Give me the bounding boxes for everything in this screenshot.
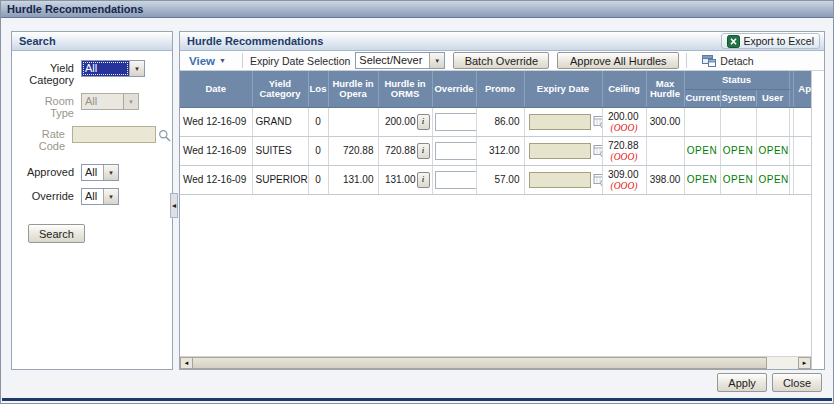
hurdle-table: Date Yield Category Los Hurdle in Opera … [180, 71, 811, 195]
table-row: Wed 12-16-09 GRAND 0 200.00 i [180, 107, 811, 136]
rate-code-input[interactable] [72, 126, 156, 143]
search-form: Yield Category All ▼ Room Type All ▼ Rat… [12, 51, 172, 243]
horizontal-scrollbar[interactable]: ◄ ► [180, 356, 811, 369]
cell-status-current: OPEN [684, 136, 720, 165]
cell-hurdle-orms: 720.88 i [378, 136, 432, 165]
cell-yield-category: GRAND [252, 107, 308, 136]
table-toolbar: View ▼ Expiry Date Selection Select/Neve… [180, 51, 824, 71]
cell-max-hurdle: 300.00 [646, 107, 684, 136]
scroll-right-arrow-icon[interactable]: ► [798, 357, 811, 369]
cell-yield-category: SUPERIOR [252, 165, 308, 194]
cell-approved [793, 165, 811, 194]
chevron-down-icon: ▼ [219, 57, 226, 64]
room-type-select: All ▼ [81, 93, 139, 110]
cell-date: Wed 12-16-09 [180, 136, 252, 165]
chevron-down-icon[interactable]: ▼ [103, 165, 118, 180]
override-input[interactable] [435, 113, 477, 131]
view-menu-button[interactable]: View ▼ [186, 55, 235, 67]
search-magnifier-icon[interactable] [158, 129, 172, 143]
hurdle-panel-title: Hurdle Recommendations [187, 35, 323, 47]
rate-code-field-group [72, 126, 172, 143]
detach-window-icon [702, 55, 716, 67]
expiry-date-input[interactable] [529, 172, 591, 188]
column-header-status-current: Current [684, 89, 720, 107]
cell-ceiling: 720.88 (OOO) [602, 136, 646, 165]
expiry-date-input[interactable] [529, 143, 591, 159]
cell-ceiling: 309.00 (OOO) [602, 165, 646, 194]
cell-ceiling: 200.00 (OOO) [602, 107, 646, 136]
override-row: Override All ▼ [12, 188, 172, 205]
room-type-label: Room Type [12, 93, 74, 119]
override-select[interactable]: All ▼ [81, 188, 119, 205]
date-picker-icon[interactable] [593, 144, 603, 158]
panel-splitter-collapse[interactable]: ◄ [170, 193, 178, 218]
info-button[interactable]: i [417, 172, 430, 188]
approved-row: Approved All ▼ [12, 164, 172, 181]
override-label: Override [12, 188, 74, 202]
yield-category-select[interactable]: All ▼ [81, 60, 145, 77]
scroll-left-arrow-icon[interactable]: ◄ [180, 357, 193, 369]
column-header-expiry-date: Expiry Date [524, 71, 602, 107]
yield-category-row: Yield Category All ▼ [12, 60, 172, 86]
cell-los: 0 [308, 107, 328, 136]
view-menu-label: View [189, 55, 215, 67]
chevron-down-icon[interactable]: ▼ [103, 189, 118, 204]
cell-override [432, 136, 476, 165]
expiry-date-selection-value: Select/Never [356, 53, 429, 68]
batch-override-button[interactable]: Batch Override [453, 52, 549, 69]
excel-icon [727, 35, 740, 48]
ceiling-ooo-note: (OOO) [605, 181, 644, 192]
date-picker-icon[interactable] [593, 173, 603, 187]
cell-promo: 312.00 [476, 136, 524, 165]
override-input[interactable] [435, 171, 477, 189]
approved-select[interactable]: All ▼ [81, 164, 119, 181]
cell-yield-category: SUITES [252, 136, 308, 165]
cell-override [432, 107, 476, 136]
chevron-down-icon[interactable]: ▼ [429, 53, 444, 68]
export-to-excel-label: Export to Excel [743, 35, 814, 47]
chevron-down-icon: ▼ [123, 94, 138, 109]
search-panel-header: Search [12, 32, 172, 51]
cell-hurdle-orms: 131.00 i [378, 165, 432, 194]
hurdle-recommendations-window: Hurdle Recommendations Search Yield Cate… [0, 0, 834, 404]
cell-hurdle-opera: 720.88 [328, 136, 378, 165]
hurdle-orms-value: 131.00 [385, 174, 416, 185]
search-panel: Search Yield Category All ▼ Room Type Al… [11, 31, 173, 370]
chevron-down-icon[interactable]: ▼ [129, 61, 144, 76]
info-button[interactable]: i [417, 114, 430, 130]
apply-button[interactable]: Apply [717, 373, 767, 392]
cell-hurdle-orms: 200.00 i [378, 107, 432, 136]
cell-status-current [684, 107, 720, 136]
date-picker-icon[interactable] [593, 115, 603, 129]
ceiling-ooo-note: (OOO) [605, 152, 644, 163]
column-header-approved-clipped: Approved [793, 71, 811, 107]
ceiling-value: 720.88 [605, 139, 644, 152]
cell-expiry-date [524, 165, 602, 194]
status-user-value: OPEN [759, 174, 789, 185]
column-group-status: Status [684, 71, 789, 89]
expiry-date-input[interactable] [529, 114, 591, 130]
override-input[interactable] [435, 142, 477, 160]
detach-button[interactable]: Detach [702, 55, 753, 67]
info-button[interactable]: i [417, 143, 430, 159]
cell-date: Wed 12-16-09 [180, 107, 252, 136]
close-button[interactable]: Close [772, 373, 822, 392]
cell-status-user [756, 107, 789, 136]
expiry-date-selection-select[interactable]: Select/Never ▼ [355, 52, 445, 69]
scrollbar-trough[interactable] [767, 357, 798, 369]
status-system-value: OPEN [723, 145, 753, 156]
scrollbar-thumb[interactable] [193, 357, 767, 369]
status-current-value: OPEN [687, 145, 717, 156]
cell-hurdle-opera: 131.00 [328, 165, 378, 194]
toolbar-separator [686, 53, 687, 68]
cell-max-hurdle: 398.00 [646, 165, 684, 194]
approve-all-hurdles-button[interactable]: Approve All Hurdles [557, 52, 679, 69]
cell-los: 0 [308, 165, 328, 194]
rate-code-label: Rate Code [12, 126, 65, 152]
search-button[interactable]: Search [28, 224, 85, 243]
export-to-excel-button[interactable]: Export to Excel [721, 33, 820, 49]
rate-code-row: Rate Code [12, 126, 172, 152]
ceiling-ooo-note: (OOO) [605, 123, 644, 134]
column-header-status-user: User [756, 89, 789, 107]
column-header-date: Date [180, 71, 252, 107]
